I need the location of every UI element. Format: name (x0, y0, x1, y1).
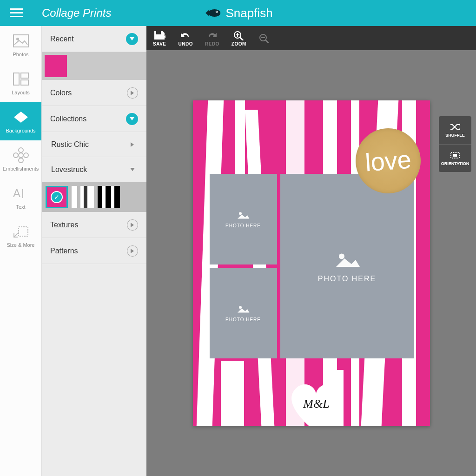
rail-layouts[interactable]: Layouts (0, 64, 41, 102)
backgrounds-icon (13, 109, 29, 125)
canvas-stage: PHOTO HERE PHOTO HERE PHOTO HERE love M&… (146, 50, 476, 476)
hamburger-icon (10, 8, 23, 18)
svg-point-18 (24, 153, 28, 158)
text-icon: A (13, 185, 29, 201)
svg-point-44 (239, 306, 242, 309)
svg-point-14 (19, 153, 23, 158)
canvas-area: SAVE UNDO REDO ZOOM SHUFFLE (146, 26, 476, 476)
svg-marker-47 (336, 258, 360, 267)
svg-marker-28 (131, 249, 134, 253)
svg-rect-29 (156, 31, 161, 34)
image-placeholder-icon (236, 210, 250, 220)
floating-controls: SHUFFLE ORIENTATION (439, 116, 471, 172)
bg-thumb-pink[interactable] (46, 186, 68, 208)
svg-marker-24 (130, 117, 134, 120)
chevron-right-icon (127, 219, 138, 231)
shuffle-button[interactable]: SHUFFLE (439, 116, 471, 144)
panel-collections[interactable]: Collections (42, 106, 146, 132)
shuffle-icon (450, 123, 460, 131)
panel-colors[interactable]: Colors (42, 80, 146, 106)
chevron-down-icon (126, 33, 138, 45)
undo-button[interactable]: UNDO (178, 30, 193, 46)
svg-marker-26 (130, 168, 135, 171)
rail-text[interactable]: A Text (0, 178, 41, 217)
save-icon (153, 30, 165, 40)
collage-card[interactable]: PHOTO HERE PHOTO HERE PHOTO HERE love M&… (193, 100, 430, 426)
svg-line-36 (265, 40, 269, 43)
collection-lovestruck[interactable]: Lovestruck (42, 157, 146, 182)
bg-thumb-white[interactable] (72, 186, 94, 208)
svg-point-17 (13, 153, 18, 158)
bg-thumb-black[interactable] (98, 186, 120, 208)
menu-button[interactable] (0, 0, 33, 26)
recent-thumbs (42, 52, 146, 80)
top-bar: Collage Prints Snapfish (0, 0, 476, 26)
photo-slot-1[interactable]: PHOTO HERE (210, 174, 277, 264)
svg-line-32 (240, 37, 243, 40)
zoom-out-icon (258, 33, 271, 43)
side-panel: Recent Colors Collections Rustic Chic Lo… (42, 26, 146, 476)
svg-point-6 (216, 11, 217, 12)
panel-patterns[interactable]: Patterns (42, 238, 146, 264)
svg-marker-27 (131, 223, 134, 227)
zoom-in-icon (233, 30, 245, 40)
svg-text:A: A (13, 187, 20, 199)
rail-backgrounds[interactable]: Backgrounds (0, 102, 41, 140)
layouts-icon (13, 71, 29, 87)
svg-rect-11 (21, 80, 28, 85)
redo-icon (206, 30, 218, 40)
svg-marker-4 (205, 10, 209, 16)
fish-icon (203, 7, 222, 20)
svg-marker-43 (238, 215, 250, 219)
heart-text[interactable]: M&L (293, 397, 340, 411)
resize-icon (13, 224, 29, 239)
svg-rect-7 (13, 35, 28, 47)
photo-slot-2[interactable]: PHOTO HERE (210, 268, 277, 358)
svg-marker-22 (130, 37, 134, 40)
panel-recent[interactable]: Recent (42, 26, 146, 52)
svg-point-8 (16, 38, 19, 40)
redo-button: REDO (205, 30, 219, 46)
orientation-button[interactable]: ORIENTATION (439, 144, 471, 172)
image-placeholder-icon (333, 250, 361, 270)
zoom-in-button[interactable]: ZOOM (231, 30, 246, 46)
left-rail: Photos Layouts Backgrounds Embellishment… (0, 26, 42, 476)
svg-point-15 (19, 148, 23, 152)
photo-slot-3[interactable]: PHOTO HERE (280, 174, 414, 358)
svg-point-16 (19, 158, 23, 163)
brand-name: Snapfish (225, 6, 272, 20)
flower-icon (13, 147, 29, 163)
svg-point-46 (339, 253, 344, 259)
chevron-right-icon (127, 87, 138, 99)
panel-empty (42, 264, 146, 476)
chevron-right-icon (127, 245, 138, 257)
editor-toolbar: SAVE UNDO REDO ZOOM (146, 26, 476, 50)
panel-textures[interactable]: Textures (42, 212, 146, 238)
svg-marker-23 (131, 91, 134, 95)
chevron-down-icon (127, 164, 138, 175)
lovestruck-thumbs (42, 182, 146, 212)
zoom-out-button (258, 33, 271, 43)
svg-rect-2 (10, 16, 23, 17)
rail-embellishments[interactable]: Embellishments (0, 140, 41, 178)
orientation-icon (450, 151, 460, 159)
svg-rect-10 (21, 73, 28, 78)
svg-marker-12 (14, 112, 28, 123)
collection-rustic-chic[interactable]: Rustic Chic (42, 132, 146, 157)
rail-photos[interactable]: Photos (0, 26, 41, 64)
svg-marker-38 (459, 123, 460, 126)
svg-rect-21 (19, 227, 28, 236)
rail-size-more[interactable]: Size & More (0, 217, 41, 255)
undo-icon (179, 30, 192, 40)
svg-marker-39 (459, 128, 460, 131)
chevron-down-icon (126, 113, 138, 125)
save-button[interactable]: SAVE (153, 30, 166, 46)
brand-logo[interactable]: Snapfish (203, 6, 272, 20)
chevron-right-icon (127, 139, 138, 150)
svg-rect-20 (22, 189, 23, 198)
recent-thumb-1[interactable] (45, 55, 67, 77)
svg-point-42 (239, 212, 242, 215)
svg-marker-25 (131, 142, 134, 147)
svg-rect-1 (10, 12, 23, 13)
svg-rect-0 (10, 8, 23, 10)
